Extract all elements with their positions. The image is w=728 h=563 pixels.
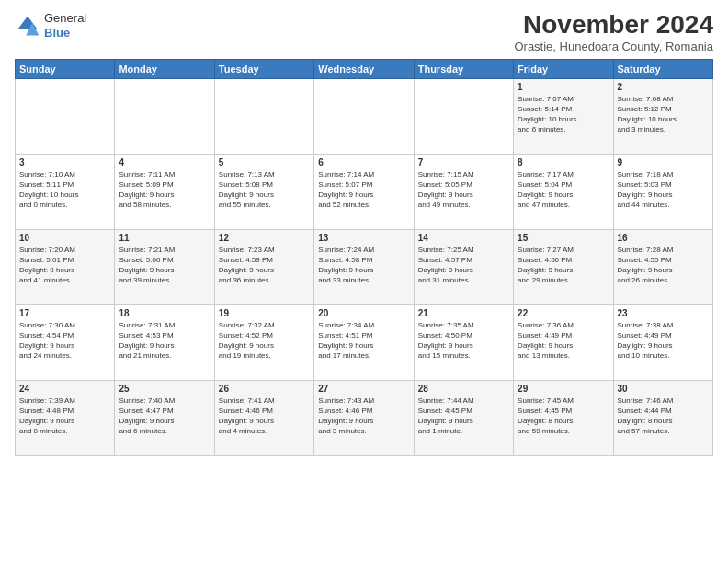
calendar-cell: 22Sunrise: 7:36 AMSunset: 4:49 PMDayligh… <box>514 304 613 380</box>
day-number: 7 <box>418 157 509 167</box>
calendar-cell <box>115 78 214 154</box>
day-info: Sunrise: 7:38 AMSunset: 4:49 PMDaylight:… <box>618 320 709 362</box>
day-info: Sunrise: 7:45 AMSunset: 4:45 PMDaylight:… <box>518 396 609 437</box>
calendar-cell: 10Sunrise: 7:20 AMSunset: 5:01 PMDayligh… <box>16 229 115 304</box>
header-row: Sunday Monday Tuesday Wednesday Thursday… <box>16 59 713 78</box>
day-number: 18 <box>119 308 210 318</box>
calendar-cell: 4Sunrise: 7:11 AMSunset: 5:09 PMDaylight… <box>115 154 214 229</box>
calendar-cell: 20Sunrise: 7:34 AMSunset: 4:51 PMDayligh… <box>314 304 414 380</box>
week-row-4: 17Sunrise: 7:30 AMSunset: 4:54 PMDayligh… <box>16 304 713 380</box>
calendar-cell: 8Sunrise: 7:17 AMSunset: 5:04 PMDaylight… <box>514 154 613 229</box>
day-info: Sunrise: 7:44 AMSunset: 4:45 PMDaylight:… <box>418 396 509 437</box>
day-info: Sunrise: 7:11 AMSunset: 5:09 PMDaylight:… <box>119 169 210 211</box>
col-saturday: Saturday <box>613 59 712 78</box>
calendar-cell: 27Sunrise: 7:43 AMSunset: 4:46 PMDayligh… <box>314 380 414 455</box>
day-number: 4 <box>119 157 210 167</box>
day-info: Sunrise: 7:32 AMSunset: 4:52 PMDaylight:… <box>219 320 310 362</box>
day-info: Sunrise: 7:35 AMSunset: 4:50 PMDaylight:… <box>418 320 509 362</box>
day-number: 27 <box>318 384 409 394</box>
calendar-cell: 9Sunrise: 7:18 AMSunset: 5:03 PMDaylight… <box>613 154 712 229</box>
calendar-table: Sunday Monday Tuesday Wednesday Thursday… <box>15 59 713 456</box>
day-info: Sunrise: 7:18 AMSunset: 5:03 PMDaylight:… <box>618 169 709 211</box>
calendar-cell: 21Sunrise: 7:35 AMSunset: 4:50 PMDayligh… <box>414 304 513 380</box>
calendar-cell: 28Sunrise: 7:44 AMSunset: 4:45 PMDayligh… <box>414 380 513 455</box>
day-info: Sunrise: 7:36 AMSunset: 4:49 PMDaylight:… <box>518 320 609 362</box>
week-row-2: 3Sunrise: 7:10 AMSunset: 5:11 PMDaylight… <box>16 154 713 229</box>
calendar-cell: 18Sunrise: 7:31 AMSunset: 4:53 PMDayligh… <box>115 304 214 380</box>
day-number: 14 <box>418 233 509 243</box>
week-row-1: 1Sunrise: 7:07 AMSunset: 5:14 PMDaylight… <box>16 78 713 154</box>
day-info: Sunrise: 7:28 AMSunset: 4:55 PMDaylight:… <box>618 245 709 286</box>
day-info: Sunrise: 7:40 AMSunset: 4:47 PMDaylight:… <box>119 396 210 437</box>
calendar-cell: 23Sunrise: 7:38 AMSunset: 4:49 PMDayligh… <box>613 304 712 380</box>
day-number: 13 <box>318 233 409 243</box>
col-tuesday: Tuesday <box>214 59 313 78</box>
day-info: Sunrise: 7:27 AMSunset: 4:56 PMDaylight:… <box>518 245 609 286</box>
day-info: Sunrise: 7:46 AMSunset: 4:44 PMDaylight:… <box>618 396 709 437</box>
title-block: November 2024 Orastie, Hunedoara County,… <box>514 11 713 53</box>
day-number: 19 <box>219 308 310 318</box>
day-number: 10 <box>19 233 110 243</box>
day-number: 29 <box>518 384 609 394</box>
day-number: 8 <box>518 157 609 167</box>
day-info: Sunrise: 7:21 AMSunset: 5:00 PMDaylight:… <box>119 245 210 286</box>
day-number: 30 <box>618 384 709 394</box>
subtitle: Orastie, Hunedoara County, Romania <box>514 40 713 53</box>
day-info: Sunrise: 7:31 AMSunset: 4:53 PMDaylight:… <box>119 320 210 362</box>
day-number: 24 <box>19 384 110 394</box>
day-info: Sunrise: 7:20 AMSunset: 5:01 PMDaylight:… <box>19 245 110 286</box>
calendar-cell: 6Sunrise: 7:14 AMSunset: 5:07 PMDaylight… <box>314 154 414 229</box>
week-row-3: 10Sunrise: 7:20 AMSunset: 5:01 PMDayligh… <box>16 229 713 304</box>
col-thursday: Thursday <box>414 59 513 78</box>
day-info: Sunrise: 7:23 AMSunset: 4:59 PMDaylight:… <box>219 245 310 286</box>
calendar-cell: 11Sunrise: 7:21 AMSunset: 5:00 PMDayligh… <box>115 229 214 304</box>
day-info: Sunrise: 7:24 AMSunset: 4:58 PMDaylight:… <box>318 245 409 286</box>
month-title: November 2024 <box>514 11 713 40</box>
calendar-cell: 29Sunrise: 7:45 AMSunset: 4:45 PMDayligh… <box>514 380 613 455</box>
col-sunday: Sunday <box>16 59 115 78</box>
day-info: Sunrise: 7:41 AMSunset: 4:46 PMDaylight:… <box>219 396 310 437</box>
logo-icon <box>15 13 40 39</box>
calendar-cell: 19Sunrise: 7:32 AMSunset: 4:52 PMDayligh… <box>214 304 313 380</box>
day-info: Sunrise: 7:43 AMSunset: 4:46 PMDaylight:… <box>318 396 409 437</box>
day-info: Sunrise: 7:39 AMSunset: 4:48 PMDaylight:… <box>19 396 110 437</box>
calendar-cell: 26Sunrise: 7:41 AMSunset: 4:46 PMDayligh… <box>214 380 313 455</box>
day-info: Sunrise: 7:10 AMSunset: 5:11 PMDaylight:… <box>19 169 110 211</box>
calendar-cell: 15Sunrise: 7:27 AMSunset: 4:56 PMDayligh… <box>514 229 613 304</box>
day-number: 23 <box>618 308 709 318</box>
day-number: 28 <box>418 384 509 394</box>
calendar-cell: 1Sunrise: 7:07 AMSunset: 5:14 PMDaylight… <box>514 78 613 154</box>
day-number: 20 <box>318 308 409 318</box>
logo-general: General <box>44 11 86 26</box>
calendar-cell: 24Sunrise: 7:39 AMSunset: 4:48 PMDayligh… <box>16 380 115 455</box>
day-info: Sunrise: 7:08 AMSunset: 5:12 PMDaylight:… <box>618 94 709 135</box>
day-number: 2 <box>618 82 709 92</box>
calendar-cell: 30Sunrise: 7:46 AMSunset: 4:44 PMDayligh… <box>613 380 712 455</box>
day-number: 15 <box>518 233 609 243</box>
logo-text: General Blue <box>44 11 86 40</box>
day-number: 1 <box>518 82 609 92</box>
day-number: 3 <box>19 157 110 167</box>
day-number: 11 <box>119 233 210 243</box>
day-number: 6 <box>318 157 409 167</box>
day-number: 22 <box>518 308 609 318</box>
day-number: 21 <box>418 308 509 318</box>
calendar-header: Sunday Monday Tuesday Wednesday Thursday… <box>16 59 713 78</box>
day-number: 12 <box>219 233 310 243</box>
calendar-cell: 13Sunrise: 7:24 AMSunset: 4:58 PMDayligh… <box>314 229 414 304</box>
day-info: Sunrise: 7:07 AMSunset: 5:14 PMDaylight:… <box>518 94 609 135</box>
logo: General Blue <box>15 11 86 40</box>
calendar-cell: 2Sunrise: 7:08 AMSunset: 5:12 PMDaylight… <box>613 78 712 154</box>
calendar-cell: 14Sunrise: 7:25 AMSunset: 4:57 PMDayligh… <box>414 229 513 304</box>
calendar-cell: 3Sunrise: 7:10 AMSunset: 5:11 PMDaylight… <box>16 154 115 229</box>
day-number: 5 <box>219 157 310 167</box>
day-number: 17 <box>19 308 110 318</box>
calendar-cell: 5Sunrise: 7:13 AMSunset: 5:08 PMDaylight… <box>214 154 313 229</box>
calendar-cell <box>314 78 414 154</box>
calendar-cell <box>414 78 513 154</box>
day-info: Sunrise: 7:34 AMSunset: 4:51 PMDaylight:… <box>318 320 409 362</box>
header: General Blue November 2024 Orastie, Hune… <box>15 11 713 53</box>
calendar-cell: 7Sunrise: 7:15 AMSunset: 5:05 PMDaylight… <box>414 154 513 229</box>
col-monday: Monday <box>115 59 214 78</box>
page: General Blue November 2024 Orastie, Hune… <box>0 0 728 563</box>
